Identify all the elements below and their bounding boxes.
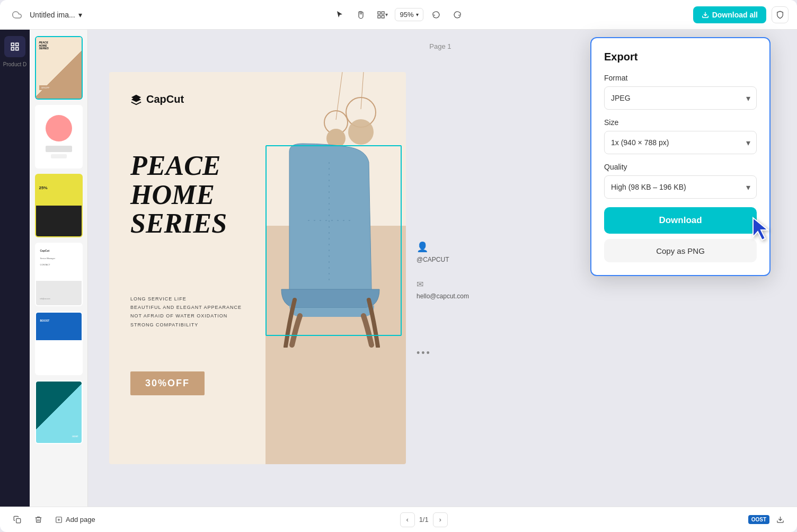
prev-page-btn[interactable]: ‹: [400, 512, 415, 527]
svg-rect-3: [382, 15, 384, 18]
email-section: ✉ hello@capcut.com: [417, 279, 469, 300]
thumbnail-sidebar: PEACEHOMESERIES 30%OFF 25% Cap: [30, 30, 88, 507]
thumbnail-3[interactable]: 25%: [35, 174, 83, 237]
export-panel: Export Format JPEG PNG PDF SVG ▾ Size 1x…: [590, 37, 771, 276]
size-select-wrapper: 1x (940 × 788 px) 2x 3x ▾: [604, 131, 757, 154]
quality-select-wrapper: High (98 KB – 196 KB) Medium Low ▾: [604, 175, 757, 199]
format-label: Format: [604, 74, 757, 82]
bottom-right: OOST: [748, 511, 789, 528]
delete-page-btn[interactable]: [30, 511, 47, 528]
toolbar-center: ▾ 95% ▾: [331, 6, 465, 23]
design-promo: 30%OFF: [130, 371, 205, 395]
svg-rect-1: [382, 12, 384, 14]
svg-rect-12: [16, 519, 20, 523]
quality-select[interactable]: High (98 KB – 196 KB) Medium Low: [604, 175, 757, 199]
sidebar-product-label: Product D: [2, 59, 28, 70]
design-features: LONG SERVICE LIFE BEAUTIFUL AND ELEGANT …: [130, 295, 242, 329]
redo-btn[interactable]: [449, 6, 466, 23]
social-section: 👤 @CAPCUT: [417, 241, 469, 263]
chevron-down-icon-zoom: ▾: [416, 12, 419, 17]
add-page-button[interactable]: Add page: [51, 513, 100, 526]
email-text: hello@capcut.com: [417, 292, 469, 300]
design-title: PEACE HOME SERIES: [130, 152, 227, 238]
format-select-wrapper: JPEG PNG PDF SVG ▾: [604, 86, 757, 110]
download-button[interactable]: Download: [604, 207, 757, 234]
canvas-page[interactable]: CapCut PEACE HOME SERIES LONG SERVICE LI…: [109, 72, 406, 464]
svg-rect-0: [378, 12, 380, 14]
doc-title[interactable]: Untitled ima... ▾: [30, 11, 82, 19]
chevron-down-icon: ▾: [78, 11, 82, 19]
toolbar-left: Untitled ima... ▾: [8, 6, 325, 23]
boost-badge: OOST: [748, 515, 769, 524]
mail-icon: ✉: [417, 279, 469, 289]
bottom-center: ‹ 1/1 ›: [104, 512, 744, 527]
undo-btn[interactable]: [428, 6, 445, 23]
zoom-control[interactable]: 95% ▾: [395, 8, 423, 21]
svg-line-7: [361, 72, 364, 109]
duplicate-page-btn[interactable]: [8, 511, 25, 528]
download-all-button[interactable]: Download all: [693, 6, 766, 23]
thumbnail-2[interactable]: [35, 105, 83, 169]
chair-svg: [260, 141, 403, 348]
pointer-tool-btn[interactable]: [331, 6, 348, 23]
shield-btn[interactable]: [772, 6, 789, 23]
grid-tool-btn[interactable]: ▾: [374, 6, 391, 23]
page-label: Page 1: [429, 42, 451, 50]
size-select[interactable]: 1x (940 × 788 px) 2x 3x: [604, 131, 757, 154]
chevron-down-icon-grid: ▾: [385, 12, 388, 17]
thumbnail-5[interactable]: BOOST: [35, 312, 83, 375]
design-logo: CapCut: [130, 93, 184, 105]
download-btn-wrapper: Download: [604, 207, 757, 234]
size-label: Size: [604, 118, 757, 127]
cursor-icon: [750, 217, 772, 242]
more-options-dots[interactable]: •••: [417, 348, 469, 359]
svg-rect-2: [378, 15, 380, 18]
icon-sidebar: Product D: [0, 30, 30, 507]
person-icon: 👤: [417, 241, 469, 253]
next-page-btn[interactable]: ›: [433, 512, 448, 527]
copy-png-button[interactable]: Copy as PNG: [604, 239, 757, 262]
cloud-icon-btn[interactable]: [8, 6, 25, 23]
toolbar: Untitled ima... ▾: [0, 0, 797, 30]
thumbnail-6[interactable]: OOST: [35, 380, 83, 444]
sidebar-item-templates[interactable]: [4, 36, 25, 57]
thumbnail-4[interactable]: CapCut Senior ManagerCONTACT info@xxx.co…: [35, 243, 83, 306]
bottom-bar: Add page ‹ 1/1 › OOST: [0, 507, 797, 532]
social-handle: @CAPCUT: [417, 256, 469, 263]
quality-label: Quality: [604, 163, 757, 171]
right-side-info: 👤 @CAPCUT ✉ hello@capcut.com •••: [406, 167, 480, 369]
export-title: Export: [604, 51, 757, 63]
toolbar-right: Download all: [472, 6, 789, 23]
format-select[interactable]: JPEG PNG PDF SVG: [604, 86, 757, 110]
thumbnail-1[interactable]: PEACEHOMESERIES 30%OFF: [35, 36, 83, 100]
hand-tool-btn[interactable]: [352, 6, 369, 23]
export-bottom-btn[interactable]: [772, 511, 789, 528]
